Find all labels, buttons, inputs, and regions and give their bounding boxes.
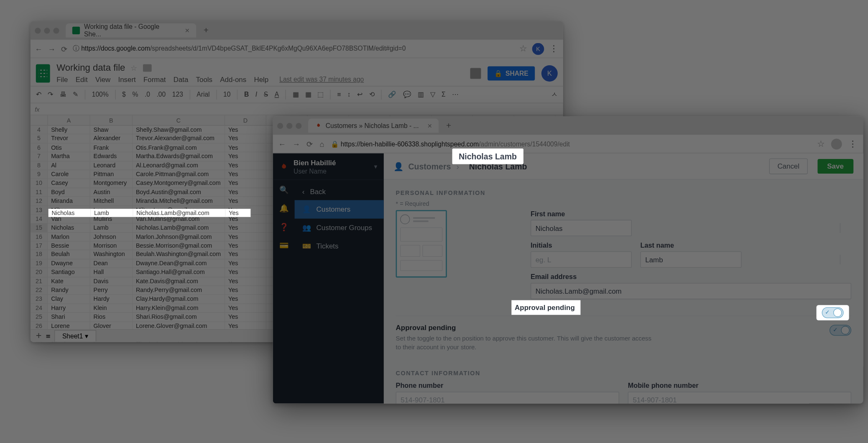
profile-avatar[interactable]: K (532, 43, 544, 55)
last-edit-label[interactable]: Last edit was 37 minutes ago (279, 76, 364, 84)
numfmt-button[interactable]: 123 (172, 91, 183, 98)
search-icon[interactable]: 🔍 (279, 185, 288, 194)
bold-button[interactable]: B (244, 91, 249, 98)
redo-icon[interactable]: ↷ (48, 91, 53, 98)
halign-icon[interactable]: ≡ (337, 91, 341, 98)
column-header[interactable]: B (90, 115, 133, 125)
window-controls[interactable] (35, 28, 59, 33)
functions-icon[interactable]: Σ (442, 91, 446, 98)
column-header[interactable]: A (48, 115, 90, 125)
browser-tab[interactable]: Customers » Nicholas Lamb - ... ✕ (308, 118, 439, 133)
star-icon[interactable]: ☆ (130, 64, 138, 72)
undo-icon[interactable]: ↶ (36, 91, 41, 98)
window-controls[interactable] (277, 123, 302, 128)
share-button[interactable]: 🔒 SHARE (488, 66, 535, 80)
italic-button[interactable]: I (255, 91, 257, 98)
email-input[interactable] (531, 283, 851, 299)
browser-tab[interactable]: Working data file - Google She... ✕ (66, 23, 196, 38)
back-icon[interactable]: ← (278, 139, 286, 148)
first-name-input[interactable] (531, 220, 632, 236)
menu-edit[interactable]: Edit (76, 76, 88, 84)
menu-data[interactable]: Data (174, 76, 189, 84)
wrap-icon[interactable]: ↩ (357, 91, 363, 98)
zoom-select[interactable]: 100% (92, 91, 109, 98)
merge-icon[interactable]: ⬚ (317, 91, 323, 98)
collapse-icon[interactable]: ㅅ (551, 90, 558, 99)
paint-format-icon[interactable]: ✎ (73, 91, 78, 98)
help-icon[interactable]: ❓ (279, 223, 288, 231)
address-bar[interactable]: 🔒 https://bien-habillie-606338.shoplight… (331, 140, 810, 148)
new-tab-button[interactable]: + (443, 121, 454, 131)
menu-tools[interactable]: Tools (196, 76, 212, 84)
rotate-icon[interactable]: ⟲ (369, 91, 375, 98)
menu-format[interactable]: Format (143, 76, 166, 84)
approval-toggle[interactable]: ✓ (830, 325, 851, 335)
borders-icon[interactable]: ▦ (305, 91, 311, 98)
size-select[interactable]: 10 (223, 91, 230, 98)
menu-view[interactable]: View (95, 76, 110, 84)
phone-input[interactable] (396, 392, 619, 403)
more-icon[interactable]: ⋯ (452, 91, 459, 98)
dec-button[interactable]: .0 (145, 91, 150, 98)
sidebar-item-customer-groups[interactable]: 👥 Customer Groups (295, 219, 384, 237)
column-header[interactable]: C (133, 115, 225, 125)
print-icon[interactable]: 🖶 (60, 91, 66, 98)
valign-icon[interactable]: ↕ (347, 91, 351, 98)
last-name-input[interactable] (640, 251, 741, 268)
reload-icon[interactable]: ⟳ (61, 44, 68, 53)
back-icon[interactable]: ← (35, 44, 42, 53)
bookmark-icon[interactable]: ☆ (519, 44, 527, 54)
new-tab-button[interactable]: + (201, 26, 212, 35)
sidebar-item-customers[interactable]: 👤 Customers (295, 200, 384, 218)
menu-add-ons[interactable]: Add-ons (220, 76, 246, 84)
forward-icon[interactable]: → (48, 44, 55, 53)
folder-icon[interactable] (143, 64, 152, 72)
link-icon[interactable]: 🔗 (388, 91, 396, 98)
sidebar-item-tickets[interactable]: 🎫 Tickets (295, 237, 384, 256)
comments-icon[interactable] (470, 68, 481, 79)
breadcrumb-root[interactable]: 👤 Customers (393, 161, 451, 171)
percent-button[interactable]: % (132, 91, 138, 98)
text-color-button[interactable]: A (275, 91, 279, 98)
cancel-button[interactable]: Cancel (769, 158, 808, 174)
mobile-input[interactable] (628, 392, 851, 403)
font-select[interactable]: Arial (197, 91, 209, 98)
browser-tab-bar: Customers » Nicholas Lamb - ... ✕ + (273, 116, 863, 135)
fill-color-icon[interactable]: ▦ (293, 91, 299, 98)
sidebar-back[interactable]: ‹ Back (295, 183, 384, 200)
formula-bar[interactable]: fx (31, 103, 563, 115)
account-avatar[interactable]: K (541, 65, 558, 81)
browser-menu-icon[interactable]: ⋮ (549, 44, 559, 54)
all-sheets-button[interactable]: ≡ (46, 332, 50, 340)
sheet-tab[interactable]: Sheet1 ▾ (54, 330, 96, 341)
chart-icon[interactable]: ▥ (418, 91, 424, 98)
profile-icon[interactable] (831, 138, 842, 149)
bookmark-icon[interactable]: ☆ (817, 139, 825, 149)
filter-icon[interactable]: ▽ (430, 91, 435, 98)
dec2-button[interactable]: .00 (157, 91, 166, 98)
store-switcher[interactable]: Bien Habillié User Name ▼ (273, 154, 384, 180)
menu-help[interactable]: Help (254, 76, 268, 84)
menu-insert[interactable]: Insert (118, 76, 136, 84)
currency-button[interactable]: $ (122, 91, 126, 98)
column-header[interactable]: D (225, 115, 266, 125)
forward-icon[interactable]: → (292, 139, 300, 148)
reload-icon[interactable]: ⟳ (306, 139, 313, 148)
address-bar[interactable]: ⓘ https://docs.google.com/spreadsheets/d… (73, 44, 513, 53)
comment-icon[interactable]: 💬 (403, 91, 411, 98)
home-icon[interactable]: ⌂ (319, 139, 324, 148)
close-tab-icon[interactable]: ✕ (427, 122, 432, 129)
initials-input[interactable] (531, 251, 632, 268)
document-title[interactable]: Working data file (56, 63, 125, 74)
close-tab-icon[interactable]: ✕ (185, 27, 190, 34)
save-button[interactable]: Save (817, 159, 853, 174)
add-sheet-button[interactable]: + (36, 330, 42, 341)
template-thumbnail[interactable] (396, 210, 447, 277)
strike-button[interactable]: S̶ (264, 91, 268, 98)
sheets-logo-icon[interactable] (36, 64, 50, 82)
browser-menu-icon[interactable]: ⋮ (848, 139, 858, 149)
menu-file[interactable]: File (56, 76, 68, 84)
card-icon[interactable]: 💳 (279, 241, 288, 250)
bell-icon[interactable]: 🔔 (279, 204, 288, 213)
column-header[interactable] (31, 115, 48, 125)
